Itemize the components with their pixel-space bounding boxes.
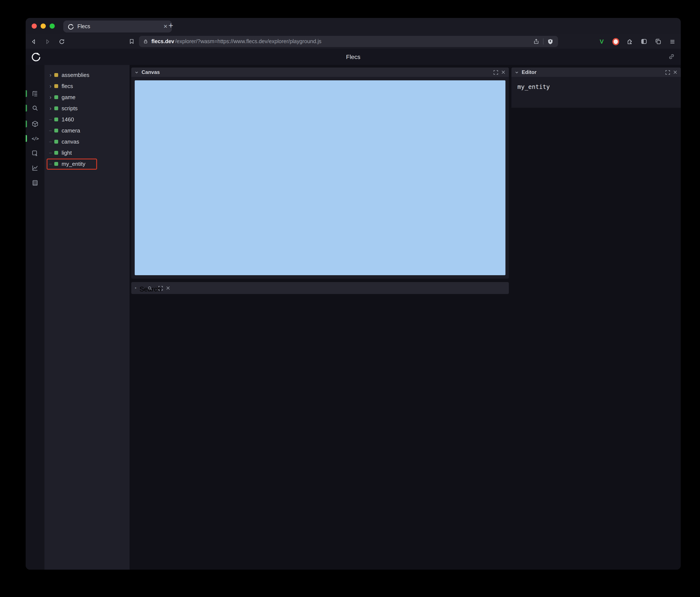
code-editor-icon[interactable]: </>: [32, 135, 39, 142]
divider: [543, 38, 544, 45]
minimize-window-button[interactable]: [41, 24, 46, 29]
link-icon[interactable]: [668, 53, 675, 60]
tree-item-label: my_entity: [61, 160, 85, 167]
entity-color-square: [54, 84, 58, 88]
app-content: </> › assemblies: [26, 65, 681, 570]
entities-cube-icon[interactable]: [32, 121, 39, 127]
editor-content[interactable]: my_entity: [518, 83, 550, 90]
tree-row[interactable]: – camera: [45, 125, 130, 136]
chevron-down-icon[interactable]: [515, 70, 519, 74]
entity-tree: › assemblies › flecs › game › sc: [45, 65, 130, 570]
tree-row[interactable]: › game: [45, 92, 130, 103]
extension-ring-icon[interactable]: [612, 38, 619, 45]
dash-icon: –: [48, 161, 53, 166]
bullet-icon: •: [135, 285, 136, 291]
tree-item-label: scripts: [61, 105, 78, 111]
close-icon[interactable]: [501, 70, 505, 74]
dash-icon: –: [48, 117, 53, 122]
expand-icon[interactable]: [494, 70, 498, 75]
chevron-down-icon[interactable]: [135, 70, 139, 74]
search-tool-icon[interactable]: [32, 105, 39, 111]
tree-item-label: canvas: [61, 138, 79, 145]
canvas-panel-body: [131, 77, 509, 279]
active-indicator: [26, 135, 27, 142]
chevron-right-icon[interactable]: ›: [48, 83, 53, 89]
center-column: Canvas • Search: [131, 65, 509, 570]
inspector-icon[interactable]: [32, 150, 39, 157]
menu-hamburger-icon[interactable]: [669, 38, 676, 45]
dash-icon: –: [48, 150, 53, 155]
tree-row[interactable]: – light: [45, 147, 130, 158]
editor-panel-title: Editor: [522, 69, 536, 75]
tree-item-label: 1460: [61, 116, 74, 123]
tree-item-label: camera: [61, 127, 80, 133]
editor-panel-header: Editor: [511, 68, 681, 77]
editor-column: Editor my_entity: [511, 65, 681, 570]
tab-title: Flecs: [77, 24, 160, 29]
chart-icon[interactable]: [32, 164, 39, 171]
tree-item-label: assemblies: [61, 72, 90, 78]
close-icon[interactable]: [673, 70, 677, 74]
expand-icon[interactable]: [158, 286, 163, 290]
brave-shield-icon[interactable]: [547, 38, 554, 45]
back-button[interactable]: [30, 38, 37, 45]
dash-icon: –: [48, 128, 53, 133]
app-header: Flecs: [26, 49, 681, 66]
tree-item-label: game: [61, 94, 75, 100]
reload-button[interactable]: [58, 38, 65, 45]
tree-row[interactable]: – canvas: [45, 136, 130, 147]
address-bar[interactable]: flecs.dev /explorer/?wasm=https://www.fl…: [139, 36, 558, 47]
stats-table-icon[interactable]: [32, 180, 39, 186]
tree-view-icon[interactable]: [32, 90, 39, 97]
extensions-puzzle-icon[interactable]: [626, 38, 633, 45]
entity-color-square: [54, 73, 58, 77]
sidebar-toggle-icon[interactable]: [641, 38, 647, 45]
chevron-right-icon[interactable]: ›: [48, 94, 53, 100]
close-icon[interactable]: [166, 286, 170, 290]
search-panel-title: Search: [140, 285, 145, 291]
extension-v-icon[interactable]: V: [598, 38, 605, 45]
editor-panel-body[interactable]: my_entity: [511, 77, 681, 108]
entity-color-square: [54, 117, 58, 121]
url-host: flecs.dev: [151, 38, 174, 45]
active-indicator: [26, 121, 27, 127]
chevron-right-icon[interactable]: ›: [48, 72, 53, 78]
browser-tab[interactable]: Flecs ✕: [63, 21, 172, 32]
tool-rail: </>: [26, 65, 45, 570]
zoom-window-button[interactable]: [50, 24, 55, 29]
tree-row[interactable]: – 1460: [45, 114, 130, 125]
bookmarks-icon[interactable]: [128, 38, 135, 45]
chevron-right-icon[interactable]: ›: [48, 105, 53, 111]
tab-strip: Flecs ✕ +: [26, 18, 681, 34]
active-indicator: [26, 105, 27, 111]
search-icon: [148, 286, 152, 290]
lock-icon: [143, 39, 148, 44]
new-tab-button[interactable]: +: [169, 21, 173, 29]
tree-item-label: flecs: [61, 83, 73, 89]
tab-favicon: [68, 23, 74, 30]
dash-icon: –: [48, 139, 53, 144]
render-canvas[interactable]: [135, 80, 505, 275]
entity-color-square: [54, 95, 58, 99]
entity-color-square: [54, 106, 58, 110]
search-panel-header[interactable]: • Search: [131, 282, 509, 294]
tree-row[interactable]: › flecs: [45, 80, 130, 92]
entity-color-square: [54, 139, 58, 144]
url-path: /explorer/?wasm=https://www.flecs.dev/ex…: [175, 38, 321, 45]
tree-row-selected[interactable]: – my_entity: [45, 158, 130, 169]
active-indicator: [26, 90, 27, 97]
traffic-lights: [32, 24, 55, 29]
tree-row[interactable]: › scripts: [45, 103, 130, 114]
entity-color-square: [54, 162, 58, 165]
canvas-panel-title: Canvas: [142, 69, 160, 75]
tab-close-icon[interactable]: ✕: [164, 24, 168, 29]
forward-button[interactable]: [44, 38, 51, 45]
expand-icon[interactable]: [665, 70, 670, 75]
tree-row[interactable]: › assemblies: [45, 69, 130, 80]
share-icon[interactable]: [533, 38, 540, 45]
tree-item-label: light: [61, 149, 72, 156]
tab-overview-icon[interactable]: [655, 38, 661, 45]
canvas-panel-header: Canvas: [131, 68, 509, 77]
app-title: Flecs: [26, 49, 681, 65]
close-window-button[interactable]: [32, 24, 37, 29]
